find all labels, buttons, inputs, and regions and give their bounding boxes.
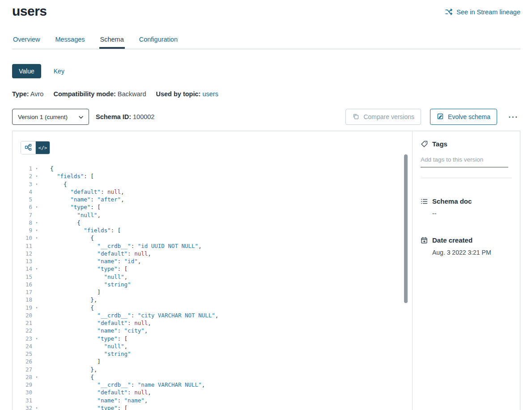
code-line: 12 "default": null, xyxy=(21,250,412,257)
line-number: 18 xyxy=(21,296,32,303)
code-view-button[interactable]: </> xyxy=(35,141,50,154)
version-select[interactable]: Version 1 (current) xyxy=(12,109,89,125)
stream-lineage-label: See in Stream lineage xyxy=(456,9,520,16)
schema-id: Schema ID: 100002 xyxy=(96,113,154,120)
stream-lineage-icon xyxy=(445,8,453,16)
code-line-content: "name": "after", xyxy=(41,196,412,203)
line-number: 7 xyxy=(21,211,32,219)
code-line: 27 }, xyxy=(21,366,412,373)
value-toggle-button[interactable]: Value xyxy=(12,64,41,78)
evolve-schema-label: Evolve schema xyxy=(448,113,490,120)
fold-toggle-icon[interactable]: ▾ xyxy=(32,304,41,312)
fold-gutter xyxy=(32,381,41,389)
stream-lineage-link[interactable]: See in Stream lineage xyxy=(445,8,520,16)
line-number: 12 xyxy=(21,250,32,257)
fold-gutter xyxy=(32,350,41,358)
code-line: 30 "default": null, xyxy=(21,389,412,396)
code-line-content: "name": "name", xyxy=(41,397,412,404)
date-created-heading: Date created xyxy=(421,236,512,244)
code-line: 6▾ "type": [ xyxy=(21,203,412,211)
schema-doc-value: -- xyxy=(432,210,512,217)
code-line-content: { xyxy=(41,304,412,312)
line-number: 25 xyxy=(21,350,32,358)
fold-gutter xyxy=(32,250,41,257)
type-meta: Type: Avro xyxy=(12,90,43,98)
line-number: 29 xyxy=(21,381,32,389)
code-line-content: "string" xyxy=(41,281,412,288)
fold-toggle-icon[interactable]: ▾ xyxy=(32,180,41,188)
schema-actions: Compare versions Evolve schema ⋯ xyxy=(345,109,520,125)
fold-toggle-icon[interactable]: ▾ xyxy=(32,219,41,226)
tab-schema[interactable]: Schema xyxy=(99,33,125,49)
code-line: 25 "string" xyxy=(21,350,412,358)
code-line-content: { xyxy=(41,373,412,381)
fold-toggle-icon[interactable]: ▾ xyxy=(32,404,41,410)
code-lines: 1▾{2▾ "fields": [3▾ {4 "default": null,5… xyxy=(21,165,412,410)
code-line: 4 "default": null, xyxy=(21,188,412,196)
line-number: 31 xyxy=(21,397,32,404)
fold-toggle-icon[interactable]: ▾ xyxy=(32,226,41,234)
fold-toggle-icon[interactable]: ▾ xyxy=(32,373,41,381)
tab-messages[interactable]: Messages xyxy=(54,33,85,49)
line-number: 6 xyxy=(21,203,32,211)
code-line: 17 ] xyxy=(21,288,412,296)
code-line-content: "type": [ xyxy=(41,265,412,273)
code-line-content: "null", xyxy=(41,273,412,281)
code-line: 14▾ "type": [ xyxy=(21,265,412,273)
fold-gutter xyxy=(32,312,41,319)
key-toggle-button[interactable]: Key xyxy=(53,64,65,78)
evolve-schema-button[interactable]: Evolve schema xyxy=(430,109,497,125)
tags-icon xyxy=(421,141,428,148)
fold-toggle-icon[interactable]: ▾ xyxy=(32,165,41,172)
type-label: Type: xyxy=(12,90,29,98)
tab-overview[interactable]: Overview xyxy=(12,33,41,49)
schema-doc-heading: Schema doc xyxy=(421,197,512,205)
compare-versions-button[interactable]: Compare versions xyxy=(345,109,421,125)
fold-toggle-icon[interactable]: ▾ xyxy=(32,234,41,242)
tree-view-button[interactable] xyxy=(21,141,35,154)
date-created-heading-label: Date created xyxy=(432,236,472,244)
line-number: 21 xyxy=(21,319,32,327)
tree-view-icon xyxy=(25,144,32,152)
schema-editor-pane: </> 1▾{2▾ "fields": [3▾ {4 "default": nu… xyxy=(13,131,413,410)
fold-toggle-icon[interactable]: ▾ xyxy=(32,203,41,211)
date-created-section: Date created Aug. 3 2022 3:21 PM xyxy=(421,236,512,256)
code-line: 31 "name": "name", xyxy=(21,397,412,404)
compare-versions-label: Compare versions xyxy=(363,113,414,120)
page-header: users See in Stream lineage xyxy=(12,0,520,19)
code-line-content: "type": [ xyxy=(41,335,412,342)
code-line: 32▾ "type": [ xyxy=(21,404,412,410)
fold-toggle-icon[interactable]: ▾ xyxy=(32,335,41,342)
topic-link[interactable]: users xyxy=(202,90,218,98)
fold-toggle-icon[interactable]: ▾ xyxy=(32,172,41,180)
overflow-menu-button[interactable]: ⋯ xyxy=(506,115,520,119)
code-line-content: }, xyxy=(41,296,412,303)
fold-gutter xyxy=(32,211,41,219)
tags-heading-label: Tags xyxy=(432,140,447,148)
code-line-content: "type": [ xyxy=(41,404,412,410)
fold-gutter xyxy=(32,358,41,365)
tab-configuration[interactable]: Configuration xyxy=(138,33,179,49)
line-number: 3 xyxy=(21,180,32,188)
evolve-schema-icon xyxy=(437,113,444,121)
schema-doc-icon xyxy=(421,198,428,205)
line-number: 16 xyxy=(21,281,32,288)
line-number: 9 xyxy=(21,226,32,234)
page-title: users xyxy=(12,4,47,19)
fold-toggle-icon[interactable]: ▾ xyxy=(32,265,41,273)
fold-gutter xyxy=(32,281,41,288)
line-number: 1 xyxy=(21,165,32,172)
line-number: 8 xyxy=(21,219,32,226)
schema-panel: </> 1▾{2▾ "fields": [3▾ {4 "default": nu… xyxy=(12,131,520,410)
fold-gutter xyxy=(32,273,41,281)
add-tags-input[interactable] xyxy=(421,155,508,167)
code-line-content: { xyxy=(41,165,412,172)
scrollbar-thumb[interactable] xyxy=(404,154,408,303)
code-line: 15 "null", xyxy=(21,273,412,281)
scrollbar-track[interactable] xyxy=(404,154,408,410)
schema-id-label: Schema ID: xyxy=(96,113,131,120)
code-line: 29 "__crdb__": "name VARCHAR NULL", xyxy=(21,381,412,389)
version-select-value: Version 1 (current) xyxy=(18,114,68,120)
code-line-content: "__crdb__": "id UUID NOT NULL", xyxy=(41,242,412,250)
line-number: 24 xyxy=(21,342,32,350)
